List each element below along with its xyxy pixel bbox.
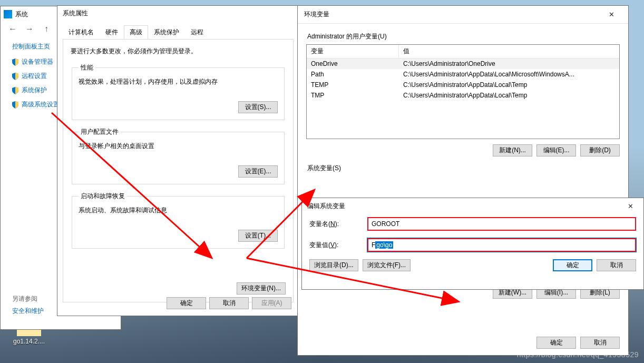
table-row[interactable]: TMPC:\Users\Administrator\AppData\Local\… [307,90,619,101]
tab-hardware[interactable]: 硬件 [100,25,124,40]
link-label: 设备管理器 [22,57,53,66]
user-delete-button[interactable]: 删除(D) [580,144,620,156]
group-startup-recovery: 启动和故障恢复 系统启动、系统故障和调试信息 设置(T)... [72,192,285,249]
security-maintenance-link[interactable]: 安全和维护 [12,307,44,316]
tab-computer-name[interactable]: 计算机名 [63,25,100,40]
env-cancel-button[interactable]: 取消 [580,337,620,349]
titlebar-env[interactable]: 环境变量 ✕ [298,6,628,24]
desktop-icon-label: go1.14.2.... [11,338,47,345]
link-label: 系统保护 [22,86,47,95]
dialog-environment-variables: 环境变量 ✕ Administrator 的用户变量(U) 变量 值 OneDr… [297,5,629,356]
group-desc: 视觉效果，处理器计划，内存使用，以及虚拟内存 [79,77,278,86]
user-edit-button[interactable]: 编辑(E)... [536,144,576,156]
var-name-label: 变量名(N): [309,220,367,229]
browse-directory-button[interactable]: 浏览目录(D)... [309,259,358,271]
watermark: https://blog.csdn.net/qq_41958529 [517,350,639,359]
table-row[interactable]: PathC:\Users\Administrator\AppData\Local… [307,69,619,80]
shield-icon [12,73,18,80]
dialog-title: 编辑系统变量 [307,202,345,211]
performance-settings-button[interactable]: 设置(S)... [238,101,278,113]
dialog-title: 系统属性 [63,9,88,18]
table-row[interactable]: OneDriveC:\Users\Administrator\OneDrive [307,58,619,69]
group-legend: 性能 [79,63,95,72]
link-label: 高级系统设置 [22,100,60,109]
see-also-label: 另请参阅 [12,295,44,303]
link-label: 远程设置 [22,72,47,81]
shield-icon [12,87,18,94]
tabs-row: 计算机名 硬件 高级 系统保护 远程 [57,21,299,39]
system-vars-label: 系统变量(S) [307,164,620,173]
group-desc: 与登录帐户相关的桌面设置 [79,142,278,151]
user-vars-table[interactable]: 变量 值 OneDriveC:\Users\Administrator\OneD… [306,44,620,139]
nav-up-icon[interactable]: ↑ [42,24,51,34]
shield-icon [12,101,18,109]
tab-panel-advanced: 要进行大多数更改，你必须作为管理员登录。 性能 视觉效果，处理器计划，内存使用，… [63,39,294,302]
titlebar-props[interactable]: 系统属性 [57,6,299,21]
ok-button[interactable]: 确定 [167,297,206,309]
table-row[interactable]: TEMPC:\Users\Administrator\AppData\Local… [307,80,619,90]
system-icon [4,10,12,18]
col-variable[interactable]: 变量 [307,45,399,58]
dialog-title: 环境变量 [304,10,329,19]
startup-settings-button[interactable]: 设置(T)... [238,230,278,242]
dialog-system-properties: 系统属性 计算机名 硬件 高级 系统保护 远程 要进行大多数更改，你必须作为管理… [57,5,299,316]
titlebar-edit[interactable]: 编辑系统变量 ✕ [302,198,643,214]
group-user-profiles: 用户配置文件 与登录帐户相关的桌面设置 设置(E)... [72,127,285,184]
close-button[interactable]: ✕ [622,201,638,211]
environment-variables-button[interactable]: 环境变量(N)... [237,282,286,295]
group-legend: 启动和故障恢复 [79,192,127,201]
browse-file-button[interactable]: 浏览文件(F)... [363,259,411,271]
admin-note: 要进行大多数更改，你必须作为管理员登录。 [71,47,286,56]
close-button[interactable]: ✕ [601,9,622,20]
var-value-label: 变量值(V): [309,241,367,250]
user-vars-label: Administrator 的用户变量(U) [307,32,620,41]
user-new-button[interactable]: 新建(N)... [493,144,532,156]
var-name-input[interactable]: GOROOT [367,217,636,231]
profiles-settings-button[interactable]: 设置(E)... [238,165,278,178]
table-header: 变量 值 [307,45,619,58]
edit-ok-button[interactable]: 确定 [553,259,592,271]
nav-forward-icon[interactable]: → [25,24,34,34]
col-value[interactable]: 值 [399,45,619,58]
shield-icon [12,58,18,66]
cancel-button[interactable]: 取消 [209,297,249,309]
tab-remote[interactable]: 远程 [185,25,209,40]
tab-advanced[interactable]: 高级 [124,25,148,40]
window-title: 系统 [15,10,28,19]
nav-back-icon[interactable]: ← [8,24,17,34]
tab-system-protection[interactable]: 系统保护 [148,25,185,40]
group-desc: 系统启动、系统故障和调试信息 [79,206,278,215]
edit-cancel-button[interactable]: 取消 [597,259,636,271]
group-legend: 用户配置文件 [79,127,121,136]
env-ok-button[interactable]: 确定 [536,337,576,349]
dialog-edit-system-variable: 编辑系统变量 ✕ 变量名(N): GOROOT 变量值(V): Fgo\go 浏… [301,198,644,290]
apply-button[interactable]: 应用(A) [252,297,291,309]
var-value-input[interactable]: Fgo\go [367,238,636,252]
group-performance: 性能 视觉效果，处理器计划，内存使用，以及虚拟内存 设置(S)... [72,63,285,120]
